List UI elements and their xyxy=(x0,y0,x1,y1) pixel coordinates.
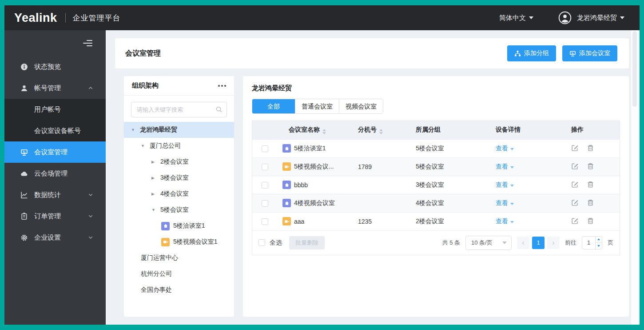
tree-node-4楼会议室[interactable]: ▶4楼会议室 xyxy=(124,186,234,202)
column-header-extension[interactable]: 分机号 xyxy=(353,121,410,139)
edit-icon[interactable] xyxy=(571,181,579,188)
delete-icon[interactable] xyxy=(587,162,594,170)
page-number-button[interactable]: 1 xyxy=(532,237,545,249)
operations-cell xyxy=(566,194,620,212)
spinner-up-icon[interactable] xyxy=(596,237,602,243)
page-size-select[interactable]: 10 条/页 xyxy=(465,236,512,250)
gear-icon xyxy=(20,234,28,241)
delete-icon[interactable] xyxy=(587,181,594,188)
add-group-button[interactable]: 添加分组 xyxy=(507,45,556,61)
add-meeting-room-button[interactable]: 添加会议室 xyxy=(562,45,617,61)
view-device-link[interactable]: 查看 xyxy=(496,199,508,206)
tree-expand-icon[interactable]: ▼ xyxy=(151,208,157,212)
org-structure-panel: 组织架构 ▼龙岩鸿晕经贸▼厦门总公司▶2楼会议室▶3楼会议室▶4楼会议室▼5楼会… xyxy=(123,76,235,317)
sidebar-item-状态预览[interactable]: 状态预览 xyxy=(4,56,106,77)
account-menu[interactable]: 龙岩鸿晕经贸 xyxy=(577,14,624,22)
page-scrollbar[interactable] xyxy=(631,30,638,325)
room-type-tabs: 全部 普通会议室 视频会议室 xyxy=(252,99,383,114)
goto-page-input[interactable]: 1 xyxy=(582,236,602,250)
tab-video-rooms[interactable]: 视频会议室 xyxy=(339,99,383,113)
column-header-group: 所属分组 xyxy=(410,121,490,139)
tab-normal-rooms[interactable]: 普通会议室 xyxy=(295,99,339,113)
row-checkbox[interactable] xyxy=(262,164,268,170)
sidebar-subitem-用户帐号[interactable]: 用户帐号 xyxy=(4,99,106,120)
select-all-checkbox[interactable] xyxy=(258,239,265,246)
sidebar-item-订单管理[interactable]: 订单管理 xyxy=(4,205,106,227)
home-icon xyxy=(282,144,291,153)
room-name-cell: 4楼视频会议室 xyxy=(277,194,353,212)
sidebar-item-帐号管理[interactable]: 帐号管理 xyxy=(4,77,106,99)
tree-collapse-icon[interactable]: ▶ xyxy=(151,160,157,164)
next-page-button[interactable]: › xyxy=(547,237,560,249)
row-checkbox-cell xyxy=(252,194,277,212)
tree-node-全国办事处[interactable]: 全国办事处 xyxy=(124,282,234,298)
tree-collapse-icon[interactable]: ▶ xyxy=(151,176,157,180)
company-title: 龙岩鸿晕经贸 xyxy=(252,84,620,93)
view-device-link[interactable]: 查看 xyxy=(496,163,508,170)
column-header-room-name[interactable]: 会议室名称 xyxy=(277,121,353,139)
prev-page-button[interactable]: ‹ xyxy=(517,237,529,249)
view-device-link[interactable]: 查看 xyxy=(496,217,508,225)
device-detail-cell: 查看 xyxy=(490,176,566,194)
group-cell: 5楼会议室 xyxy=(410,139,490,157)
tree-node-5楼视频会议室1[interactable]: 5楼视频会议室1 xyxy=(124,234,234,250)
sidebar-item-企业设置[interactable]: 企业设置 xyxy=(4,227,106,248)
edit-icon[interactable] xyxy=(571,217,579,225)
home-icon xyxy=(282,199,291,207)
table-footer: 全选 批量删除 共 5 条 10 条/页 ‹ 1 xyxy=(252,230,620,255)
page-unit-label: 页 xyxy=(608,239,613,247)
view-device-link[interactable]: 查看 xyxy=(496,145,508,152)
row-checkbox[interactable] xyxy=(262,145,268,152)
tree-node-杭州分公司[interactable]: 杭州分公司 xyxy=(124,266,234,282)
table-row: 5楼洽谈室15楼会议室查看 xyxy=(252,139,620,157)
tab-all[interactable]: 全部 xyxy=(252,99,295,113)
more-actions-icon[interactable] xyxy=(218,83,226,89)
language-selector[interactable]: 简体中文 xyxy=(499,14,533,22)
edit-icon[interactable] xyxy=(571,144,579,152)
table-row: bbbb3楼会议室查看 xyxy=(252,176,620,194)
sidebar-item-会议室管理[interactable]: 会议室管理 xyxy=(4,141,106,163)
info-icon xyxy=(20,63,28,71)
product-name: 企业管理平台 xyxy=(73,13,121,23)
row-checkbox[interactable] xyxy=(262,182,268,189)
chevron-down-icon xyxy=(88,192,93,197)
group-cell: 4楼会议室 xyxy=(410,194,490,212)
tree-node-厦门总公司[interactable]: ▼厦门总公司 xyxy=(124,138,234,154)
sidebar-item-数据统计[interactable]: 数据统计 xyxy=(4,184,106,205)
row-checkbox[interactable] xyxy=(262,200,268,207)
delete-icon[interactable] xyxy=(587,144,594,152)
edit-icon[interactable] xyxy=(571,162,579,170)
app-window: Yealink 企业管理平台 简体中文 龙岩鸿晕经贸 状态预览帐号管理用户帐号会… xyxy=(4,5,640,325)
tree-expand-icon[interactable]: ▼ xyxy=(131,128,136,132)
delete-icon[interactable] xyxy=(587,217,594,225)
delete-icon[interactable] xyxy=(587,199,594,206)
tree-node-2楼会议室[interactable]: ▶2楼会议室 xyxy=(124,154,234,170)
sort-icon[interactable] xyxy=(379,129,383,134)
view-device-link[interactable]: 查看 xyxy=(496,181,508,188)
org-search-input[interactable] xyxy=(131,102,227,117)
device-detail-cell: 查看 xyxy=(490,139,566,157)
chevron-down-icon xyxy=(88,235,93,240)
tree-node-龙岩鸿晕经贸[interactable]: ▼龙岩鸿晕经贸 xyxy=(124,122,234,138)
sidebar-subitem-会议室设备帐号[interactable]: 会议室设备帐号 xyxy=(4,120,106,141)
room-name-cell: aaa xyxy=(277,212,353,230)
batch-delete-button[interactable]: 批量删除 xyxy=(289,236,325,250)
group-cell: 3楼会议室 xyxy=(410,176,490,194)
sidebar-collapse-icon[interactable] xyxy=(83,40,92,46)
sidebar-item-云会场管理[interactable]: 云会场管理 xyxy=(4,163,106,184)
extension-cell xyxy=(353,194,410,212)
tree-node-厦门运营中心[interactable]: 厦门运营中心 xyxy=(124,250,234,266)
spinner-down-icon[interactable] xyxy=(596,242,602,249)
table-row: 4楼视频会议室4楼会议室查看 xyxy=(252,194,620,212)
avatar-icon[interactable] xyxy=(558,11,572,24)
tree-node-5楼会议室[interactable]: ▼5楼会议室 xyxy=(124,202,234,218)
tree-collapse-icon[interactable]: ▶ xyxy=(151,192,157,196)
edit-icon[interactable] xyxy=(571,199,579,206)
row-checkbox-cell xyxy=(252,176,277,194)
tree-node-3楼会议室[interactable]: ▶3楼会议室 xyxy=(124,170,234,186)
tree-node-5楼洽谈室1[interactable]: 5楼洽谈室1 xyxy=(124,218,234,234)
row-checkbox[interactable] xyxy=(262,218,268,225)
tree-expand-icon[interactable]: ▼ xyxy=(141,144,146,148)
sort-icon[interactable] xyxy=(322,129,326,134)
scrollbar-thumb[interactable] xyxy=(632,31,637,107)
